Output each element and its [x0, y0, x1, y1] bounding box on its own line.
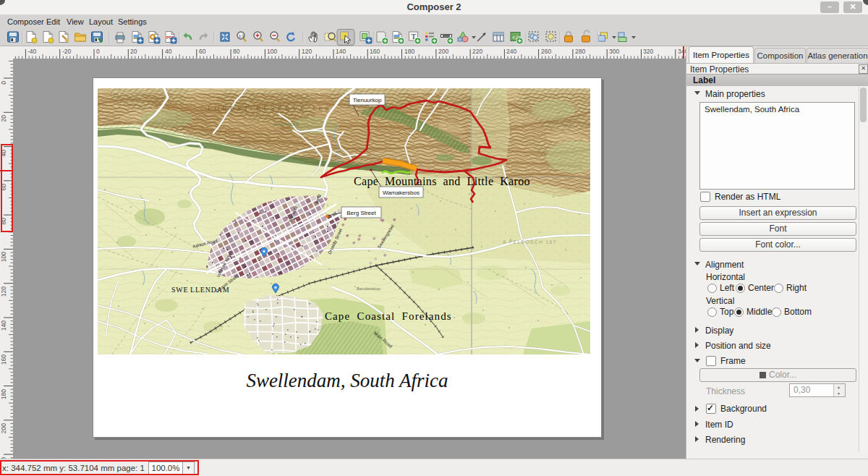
svg-text:40: 40 — [165, 48, 172, 55]
svg-text:240: 240 — [506, 48, 516, 55]
svg-text:Wamakersbos: Wamakersbos — [383, 190, 420, 196]
svg-text:340: 340 — [678, 48, 686, 55]
svg-text:80: 80 — [233, 48, 240, 55]
svg-text:Bandietskop: Bandietskop — [357, 286, 381, 291]
svg-text:220: 220 — [472, 48, 482, 55]
svg-text:0: 0 — [0, 81, 7, 85]
svg-text:1:1: 1:1 — [239, 34, 244, 38]
svg-text:180: 180 — [0, 389, 7, 399]
svg-text:60: 60 — [199, 48, 206, 55]
svg-text:FOREST RESERVE 169: FOREST RESERVE 169 — [208, 105, 332, 112]
svg-text:A PELBOSCH 167: A PELBOSCH 167 — [503, 239, 557, 245]
svg-text:320: 320 — [643, 48, 653, 55]
svg-text:180: 180 — [404, 48, 414, 55]
svg-text:140: 140 — [0, 320, 7, 331]
svg-text:280: 280 — [575, 48, 585, 55]
svg-text:100: 100 — [0, 252, 7, 262]
svg-text:Tienuurkop: Tienuurkop — [353, 97, 382, 103]
svg-text:160: 160 — [370, 48, 380, 55]
svg-text:Berg Street: Berg Street — [346, 210, 376, 216]
svg-text:160: 160 — [0, 354, 7, 365]
svg-text:-40: -40 — [27, 48, 37, 55]
svg-text:100: 100 — [267, 48, 277, 55]
svg-text:20: 20 — [0, 115, 7, 122]
svg-text:Cape Coastal Forelands: Cape Coastal Forelands — [325, 310, 452, 322]
svg-text:120: 120 — [302, 48, 312, 55]
svg-text:140: 140 — [336, 48, 346, 55]
svg-text:200: 200 — [438, 48, 448, 55]
svg-text:SWE: SWE — [171, 286, 189, 294]
svg-text:Cape Mountains and Little Karo: Cape Mountains and Little Karoo — [354, 175, 530, 188]
svg-text:0: 0 — [96, 48, 100, 55]
svg-text:260: 260 — [541, 48, 551, 55]
svg-text:WAMAKERS: WAMAKERS — [273, 122, 299, 127]
svg-text:-20: -20 — [62, 48, 72, 55]
svg-text:300: 300 — [609, 48, 619, 55]
svg-text:20: 20 — [130, 48, 137, 55]
svg-text:200: 200 — [0, 423, 7, 433]
svg-text:120: 120 — [0, 286, 7, 297]
